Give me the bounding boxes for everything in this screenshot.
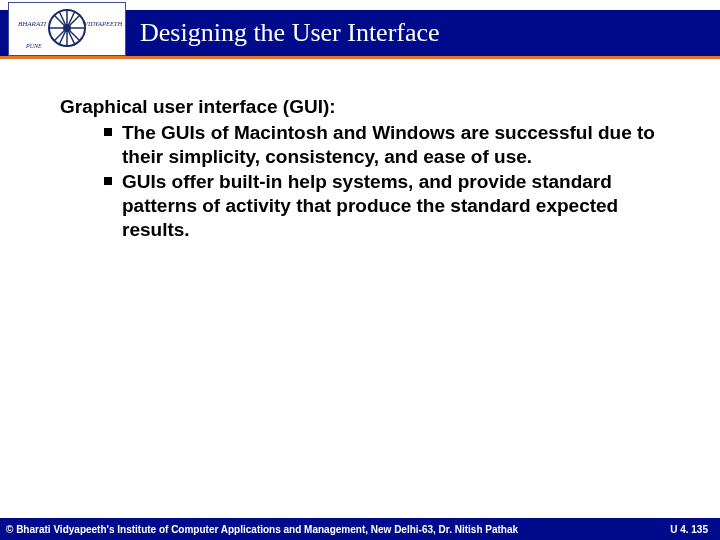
- logo-icon: BHARATI VIDYAPEETH PUNE: [12, 6, 122, 52]
- bullet-text: GUIs offer built-in help systems, and pr…: [122, 171, 618, 240]
- accent-line: [0, 56, 720, 59]
- footer-pageref: U 4. 135: [670, 524, 708, 535]
- list-item: GUIs offer built-in help systems, and pr…: [104, 170, 690, 241]
- footer-copyright: © Bharati Vidyapeeth's Institute of Comp…: [6, 524, 518, 535]
- institution-logo: BHARATI VIDYAPEETH PUNE: [8, 2, 126, 56]
- slide-title: Designing the User Interface: [140, 18, 440, 48]
- header: Designing the User Interface BHARATI VID…: [0, 0, 720, 62]
- bullet-list: The GUIs of Macintosh and Windows are su…: [60, 121, 690, 242]
- svg-text:BHARATI: BHARATI: [18, 20, 47, 28]
- slide-body: Graphical user interface (GUI): The GUIs…: [60, 95, 690, 244]
- footer-bar: © Bharati Vidyapeeth's Institute of Comp…: [0, 518, 720, 540]
- body-heading: Graphical user interface (GUI):: [60, 95, 690, 119]
- list-item: The GUIs of Macintosh and Windows are su…: [104, 121, 690, 169]
- bullet-text: The GUIs of Macintosh and Windows are su…: [122, 122, 655, 167]
- svg-text:VIDYAPEETH: VIDYAPEETH: [84, 20, 122, 27]
- svg-text:PUNE: PUNE: [25, 43, 42, 49]
